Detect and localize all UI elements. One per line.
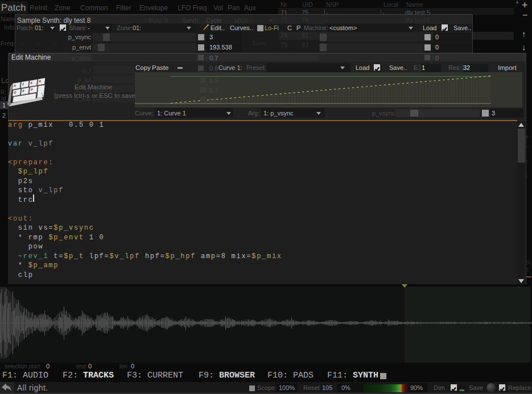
svg-text:Q: Q [14, 90, 17, 94]
